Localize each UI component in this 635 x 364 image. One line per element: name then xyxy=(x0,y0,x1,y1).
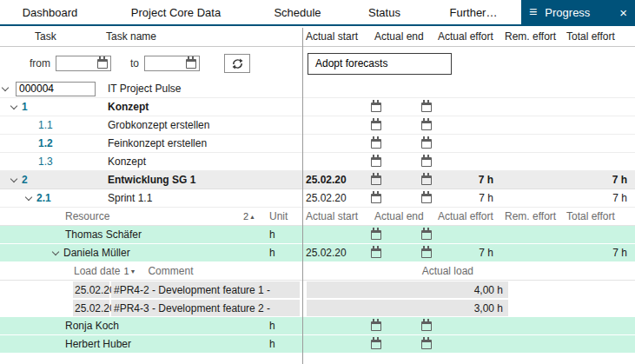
actual-load-cell[interactable]: 4,00 h xyxy=(307,281,508,298)
table-row-task-1-3: 1.3 Konzept xyxy=(0,153,635,171)
collapse-chevron-icon[interactable] xyxy=(52,248,59,255)
tab-progress-label: Progress xyxy=(545,6,590,19)
project-name: IT Project Pulse xyxy=(103,83,302,95)
calendar-icon[interactable] xyxy=(421,103,432,112)
hamburger-menu-icon[interactable]: ≡ xyxy=(529,5,537,19)
actual-start-cell xyxy=(302,116,371,134)
col-header-rem-effort[interactable]: Rem. effort xyxy=(501,210,563,222)
load-comment-cell[interactable]: #PR4-3 - Development feature 2 - xyxy=(111,300,300,316)
col-header-load-date[interactable]: Load date 1 ▼ xyxy=(74,265,136,277)
table-row-project: IT Project Pulse xyxy=(0,80,635,98)
col-header-actual-effort[interactable]: Actual effort xyxy=(434,30,501,43)
resource-unit: h xyxy=(261,247,302,259)
calendar-icon[interactable] xyxy=(421,175,432,185)
calendar-icon[interactable] xyxy=(371,121,381,130)
table-row-task-1-1: 1.1 Grobkonzept erstellen xyxy=(0,116,635,135)
collapse-chevron-icon[interactable] xyxy=(10,175,17,182)
resource-unit: h xyxy=(261,228,302,241)
task-name: Feinkonzept erstellen xyxy=(103,137,302,149)
calendar-icon[interactable] xyxy=(421,321,432,331)
col-header-task[interactable]: Task xyxy=(0,30,103,43)
load-date-cell[interactable]: 25.02.20 xyxy=(73,281,109,298)
table-row-task-2: 2 Entwicklung SG 1 25.02.20 7 h 7 h xyxy=(0,171,635,189)
close-tab-icon[interactable]: × xyxy=(619,6,627,19)
calendar-icon[interactable] xyxy=(421,139,432,149)
actual-load-cell[interactable]: 3,00 h xyxy=(307,300,508,316)
project-id-input[interactable] xyxy=(16,82,96,96)
date-filter-group: from to xyxy=(0,54,302,73)
collapse-chevron-icon[interactable] xyxy=(10,102,17,109)
actual-start-cell xyxy=(302,317,371,334)
collapse-chevron-icon[interactable] xyxy=(25,193,32,200)
sort-indicator[interactable]: 2 ▲ xyxy=(243,211,255,222)
task-id-link[interactable]: 1 xyxy=(22,101,28,113)
actual-effort-value: 7 h xyxy=(434,247,501,259)
actual-start-cell: 25.02.20 xyxy=(302,244,371,261)
refresh-button[interactable] xyxy=(224,54,250,73)
calendar-icon[interactable] xyxy=(371,340,381,349)
col-header-total-effort[interactable]: Total effort xyxy=(563,210,635,222)
col-header-total-effort[interactable]: Total effort xyxy=(563,30,635,43)
resource-unit: h xyxy=(261,338,302,350)
calendar-icon[interactable] xyxy=(371,248,381,258)
calendar-icon[interactable] xyxy=(421,340,432,349)
tab-project-core-data[interactable]: Project Core Data xyxy=(100,0,252,24)
calendar-icon[interactable] xyxy=(421,157,432,167)
calendar-icon[interactable] xyxy=(371,194,381,203)
calendar-icon[interactable] xyxy=(421,230,432,240)
col-header-actual-start[interactable]: Actual start xyxy=(302,30,371,43)
calendar-icon[interactable] xyxy=(421,248,432,258)
task-id-link[interactable]: 1.2 xyxy=(38,137,53,149)
from-date-input[interactable] xyxy=(59,57,97,69)
col-header-actual-end[interactable]: Actual end xyxy=(371,210,434,222)
calendar-icon[interactable] xyxy=(371,230,381,240)
calendar-icon[interactable] xyxy=(421,121,432,130)
sort-indicator[interactable]: 1 ▼ xyxy=(123,266,136,276)
actual-start-cell xyxy=(302,153,371,170)
task-id-link[interactable]: 2 xyxy=(22,174,28,186)
load-header-row: Load date 1 ▼ Comment Actual load xyxy=(0,262,635,281)
tab-dashboard[interactable]: Dashboard xyxy=(0,0,100,24)
tab-further[interactable]: Further… xyxy=(426,0,521,24)
to-date-field[interactable] xyxy=(144,56,200,71)
calendar-icon[interactable] xyxy=(97,59,108,69)
col-header-actual-start[interactable]: Actual start xyxy=(302,210,371,222)
task-id-link[interactable]: 2.1 xyxy=(36,192,51,204)
calendar-icon[interactable] xyxy=(371,139,381,149)
table-row-task-1: 1 Konzept xyxy=(0,98,635,116)
col-header-actual-end[interactable]: Actual end xyxy=(371,30,434,43)
calendar-icon[interactable] xyxy=(421,194,432,203)
col-header-actual-load[interactable]: Actual load xyxy=(307,265,508,277)
adopt-forecasts-button[interactable]: Adopt forecasts xyxy=(308,53,452,75)
collapse-chevron-icon[interactable] xyxy=(2,83,9,90)
tab-progress-active[interactable]: ≡ Progress × xyxy=(521,0,635,24)
actual-start-cell xyxy=(302,226,371,243)
total-effort-value: 7 h xyxy=(563,174,635,186)
calendar-icon[interactable] xyxy=(371,157,381,167)
pane-divider xyxy=(302,28,303,364)
calendar-icon[interactable] xyxy=(371,321,381,331)
col-header-rem-effort[interactable]: Rem. effort xyxy=(501,30,563,43)
col-header-resource[interactable]: Resource xyxy=(65,210,109,222)
actual-effort-value: 7 h xyxy=(434,174,501,186)
col-header-actual-effort[interactable]: Actual effort xyxy=(434,210,501,222)
calendar-icon[interactable] xyxy=(371,175,381,185)
to-date-input[interactable] xyxy=(148,57,186,69)
load-comment-cell[interactable]: #PR4-2 - Development feature 1 - xyxy=(111,281,300,298)
calendar-icon[interactable] xyxy=(186,59,196,69)
from-date-field[interactable] xyxy=(56,56,111,71)
actual-start-cell: 25.02.20 xyxy=(302,171,371,189)
task-id-link[interactable]: 1.1 xyxy=(38,119,53,131)
resource-name: Herbert Huber xyxy=(0,335,261,353)
load-date-cell[interactable]: 25.02.20 xyxy=(73,300,109,316)
actual-start-cell xyxy=(302,135,371,152)
tab-status[interactable]: Status xyxy=(343,0,426,24)
col-header-unit[interactable]: Unit xyxy=(261,210,302,222)
col-header-task-name[interactable]: Task name xyxy=(103,30,302,43)
task-id-link[interactable]: 1.3 xyxy=(38,156,53,168)
grid-column-header: Task Task name Actual start Actual end A… xyxy=(0,26,635,47)
calendar-icon[interactable] xyxy=(371,103,381,112)
actual-effort-value: 7 h xyxy=(434,192,501,204)
col-header-comment[interactable]: Comment xyxy=(148,265,193,277)
tab-schedule[interactable]: Schedule xyxy=(252,0,343,24)
